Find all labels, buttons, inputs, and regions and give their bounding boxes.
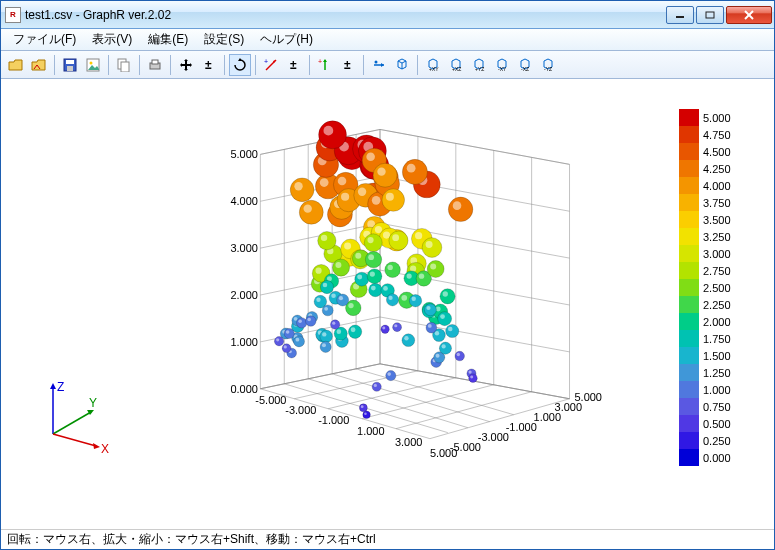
menubar: ファイル(F) 表示(V) 編集(E) 設定(S) ヘルプ(H)	[1, 29, 774, 51]
data-point	[290, 178, 314, 202]
data-point	[402, 159, 427, 184]
svg-point-65	[284, 345, 287, 348]
svg-point-144	[415, 232, 422, 239]
legend-swatch	[679, 211, 699, 228]
data-point	[369, 283, 382, 296]
data-point	[299, 200, 323, 224]
svg-point-64	[296, 338, 300, 342]
menu-edit[interactable]: 編集(E)	[140, 29, 196, 50]
svg-point-162	[428, 324, 432, 328]
legend-label: 1.750	[703, 333, 731, 345]
legend-swatch	[679, 347, 699, 364]
y-tick: 5.000	[575, 391, 602, 403]
x-tick: 3.000	[395, 436, 422, 448]
toolbar: ± + ± + ± +XY +XZ +YZ -XY -XZ -YZ	[1, 51, 774, 79]
svg-point-158	[419, 273, 424, 278]
legend-swatch	[679, 126, 699, 143]
plot-canvas[interactable]: 0.000 1.000 2.000 3.000 4.000 5.000 -5.0…	[1, 79, 774, 529]
legend-row: 0.750	[679, 398, 754, 415]
print-icon[interactable]	[144, 54, 166, 76]
menu-settings[interactable]: 設定(S)	[196, 29, 252, 50]
svg-point-79	[337, 329, 342, 334]
view-xy-icon[interactable]	[391, 54, 413, 76]
data-point	[386, 371, 396, 381]
axis-x-icon[interactable]: +	[260, 54, 282, 76]
data-points	[274, 121, 477, 419]
minimize-button[interactable]	[666, 6, 694, 24]
data-point	[448, 197, 473, 222]
data-point	[320, 330, 333, 343]
axis-y-icon[interactable]: +	[314, 54, 336, 76]
svg-point-134	[386, 193, 394, 201]
legend-label: 3.250	[703, 231, 731, 243]
view-cube-nxz-icon[interactable]: -XZ	[514, 54, 536, 76]
menu-file[interactable]: ファイル(F)	[5, 29, 84, 50]
data-point	[426, 322, 437, 333]
open-icon[interactable]	[5, 54, 27, 76]
axis-x-reset-icon[interactable]: ±	[283, 54, 305, 76]
y-tick: -1.000	[506, 421, 537, 433]
svg-point-114	[339, 296, 343, 300]
status-text: 回転：マウス右、拡大・縮小：マウス右+Shift、移動：マウス右+Ctrl	[7, 531, 376, 548]
data-point	[320, 341, 331, 352]
svg-point-67	[286, 330, 290, 334]
svg-point-160	[448, 327, 453, 332]
legend-label: 1.500	[703, 350, 731, 362]
scatter-3d-plot[interactable]: 0.000 1.000 2.000 3.000 4.000 5.000 -5.0…	[1, 79, 774, 529]
view-cube-xz-icon[interactable]: +XZ	[445, 54, 467, 76]
svg-point-119	[355, 253, 361, 259]
axis-indicator: Z Y X	[31, 379, 121, 459]
close-button[interactable]	[726, 6, 772, 24]
axis-z-icon[interactable]	[368, 54, 390, 76]
svg-point-87	[351, 327, 356, 332]
view-cube-nxy-icon[interactable]: -XY	[491, 54, 513, 76]
menu-help[interactable]: ヘルプ(H)	[252, 29, 321, 50]
legend-row: 2.000	[679, 313, 754, 330]
rotate-icon[interactable]	[229, 54, 251, 76]
svg-line-56	[328, 378, 456, 409]
legend-swatch	[679, 415, 699, 432]
data-point	[337, 294, 349, 306]
legend-label: 3.000	[703, 248, 731, 260]
svg-point-154	[407, 273, 412, 278]
legend-label: 4.250	[703, 163, 731, 175]
open-recent-icon[interactable]	[28, 54, 50, 76]
data-point	[306, 316, 317, 327]
window-buttons	[666, 6, 772, 24]
axis-y-reset-icon[interactable]: ±	[337, 54, 359, 76]
legend-label: 2.000	[703, 316, 731, 328]
svg-point-84	[307, 318, 311, 322]
save-icon[interactable]	[59, 54, 81, 76]
legend-label: 0.250	[703, 435, 731, 447]
view-cube-xy-icon[interactable]: +XY	[422, 54, 444, 76]
legend-swatch	[679, 109, 699, 126]
legend-row: 0.250	[679, 432, 754, 449]
legend-swatch	[679, 143, 699, 160]
svg-point-135	[383, 286, 388, 291]
data-point	[402, 334, 415, 347]
z-tick: 1.000	[230, 336, 257, 348]
legend-row: 0.000	[679, 449, 754, 466]
svg-line-173	[53, 434, 96, 446]
maximize-button[interactable]	[696, 6, 724, 24]
view-cube-yz-icon[interactable]: +YZ	[468, 54, 490, 76]
svg-point-143	[388, 296, 392, 300]
svg-text:+XZ: +XZ	[452, 66, 461, 72]
view-cube-nyz-icon[interactable]: -YZ	[537, 54, 559, 76]
data-point	[294, 336, 305, 347]
svg-point-66	[304, 204, 312, 212]
svg-point-104	[338, 177, 347, 186]
titlebar: R test1.csv - GraphR ver.2.02	[1, 1, 774, 29]
legend-row: 3.250	[679, 228, 754, 245]
data-point	[319, 121, 347, 149]
copy-icon[interactable]	[113, 54, 135, 76]
legend-row: 4.000	[679, 177, 754, 194]
y-tick: -3.000	[478, 431, 509, 443]
svg-point-153	[407, 164, 416, 173]
save-image-icon[interactable]	[82, 54, 104, 76]
menu-view[interactable]: 表示(V)	[84, 29, 140, 50]
move-icon[interactable]	[175, 54, 197, 76]
pan-reset-icon[interactable]: ±	[198, 54, 220, 76]
svg-point-138	[377, 167, 385, 175]
legend-swatch	[679, 194, 699, 211]
